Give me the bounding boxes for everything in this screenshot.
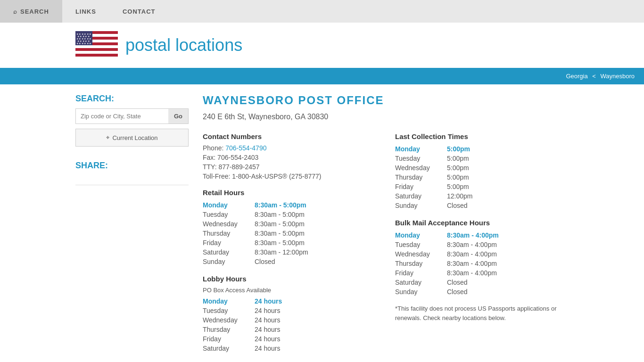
hours-day: Tuesday [395, 241, 447, 248]
hours-time: 24 hours [255, 335, 280, 343]
table-row: Thursday8:30am - 4:00pm [395, 259, 569, 268]
search-icon: ⌕ [13, 8, 17, 15]
svg-rect-8 [75, 51, 118, 54]
nav-bar: ⌕ SEARCH LINKS CONTACT [0, 0, 644, 23]
table-row: Friday5:00pm [395, 182, 569, 191]
table-row: SundayClosed [395, 287, 569, 296]
hours-day: Monday [395, 145, 447, 153]
site-header: ★ ★ ★ ★ ★ ★ ★ ★ ★ ★ ★ ★ ★ ★ ★ ★ ★ ★ ★ ★ … [0, 23, 644, 68]
current-location-button[interactable]: ⌖ Current Location [75, 129, 189, 147]
lobby-hours: Lobby Hours PO Box Access Available Mond… [203, 275, 376, 353]
table-row: Wednesday8:30am - 4:00pm [395, 249, 569, 259]
hours-day: Tuesday [203, 211, 255, 218]
hours-time: 5:00pm [447, 173, 469, 181]
passport-note: *This facility does not process US Passp… [395, 304, 569, 322]
table-row: Tuesday8:30am - 4:00pm [395, 240, 569, 249]
bulk-rows: Monday8:30am - 4:00pmTuesday8:30am - 4:0… [395, 230, 569, 296]
hours-time: Closed [255, 258, 275, 265]
svg-rect-6 [75, 45, 118, 48]
content-section: WAYNESBORO POST OFFICE 240 E 6th St, Way… [203, 94, 569, 353]
table-row: Monday8:30am - 4:00pm [395, 230, 569, 240]
table-row: Thursday8:30am - 5:00pm [203, 229, 376, 238]
nav-search[interactable]: ⌕ SEARCH [0, 0, 62, 23]
bulk-mail: Bulk Mail Acceptance Hours Monday8:30am … [395, 219, 569, 296]
collection-heading: Last Collection Times [395, 132, 569, 140]
table-row: Friday8:30am - 4:00pm [395, 268, 569, 278]
hours-day: Saturday [203, 248, 255, 256]
table-row: Friday8:30am - 5:00pm [203, 238, 376, 247]
table-row: Wednesday24 hours [203, 315, 376, 325]
contact-heading: Contact Numbers [203, 132, 376, 140]
breadcrumb-bar: Georgia < Waynesboro [0, 68, 644, 84]
lobby-sublabel: PO Box Access Available [203, 287, 376, 294]
tollfree-line: Toll-Free: 1-800-Ask-USPS® (275-8777) [203, 173, 376, 180]
breadcrumb-state[interactable]: Georgia [566, 73, 587, 80]
table-row: Monday24 hours [203, 296, 376, 306]
hours-time: 24 hours [255, 307, 280, 314]
hours-day: Tuesday [203, 307, 255, 314]
table-row: Tuesday8:30am - 5:00pm [203, 210, 376, 219]
post-office-title: WAYNESBORO POST OFFICE [203, 94, 569, 107]
hours-time: 5:00pm [447, 164, 469, 172]
table-row: Monday5:00pm [395, 144, 569, 154]
hours-day: Friday [395, 183, 447, 190]
hours-time: 8:30am - 5:00pm [255, 239, 305, 247]
nav-links[interactable]: LINKS [62, 0, 109, 23]
hours-day: Sunday [203, 258, 255, 265]
hours-day: Saturday [395, 279, 447, 286]
sidebar-divider [75, 185, 189, 185]
hours-day: Saturday [395, 192, 447, 200]
hours-time: 8:30am - 4:00pm [447, 269, 497, 277]
sidebar-search-title: SEARCH: [75, 94, 189, 104]
phone-link[interactable]: 706-554-4790 [225, 144, 266, 152]
table-row: Tuesday5:00pm [395, 154, 569, 163]
hours-day: Sunday [395, 288, 447, 296]
table-row: SaturdayClosed [395, 278, 569, 287]
location-icon: ⌖ [106, 134, 109, 141]
hours-time: 8:30am - 5:00pm [255, 211, 305, 218]
nav-contact[interactable]: CONTACT [109, 0, 169, 23]
retail-hours: Retail Hours Monday8:30am - 5:00pmTuesda… [203, 189, 376, 266]
hours-day: Wednesday [203, 316, 255, 324]
left-column: Contact Numbers Phone: 706-554-4790 Fax:… [203, 132, 376, 353]
lobby-rows: Monday24 hoursTuesday24 hoursWednesday24… [203, 296, 376, 353]
hours-time: Closed [447, 202, 468, 209]
breadcrumb-city: Waynesboro [601, 73, 635, 80]
table-row: Tuesday24 hours [203, 306, 376, 315]
last-collection: Last Collection Times Monday5:00pmTuesda… [395, 132, 569, 210]
nav-search-label: SEARCH [20, 8, 49, 15]
post-office-address: 240 E 6th St, Waynesboro, GA 30830 [203, 113, 569, 121]
hours-time: 8:30am - 4:00pm [447, 250, 497, 258]
hours-time: 24 hours [255, 316, 280, 324]
hours-time: 8:30am - 12:00pm [255, 248, 308, 256]
hours-time: 5:00pm [447, 145, 470, 153]
hours-day: Wednesday [395, 164, 447, 172]
table-row: SundayClosed [395, 201, 569, 210]
hours-time: 24 hours [255, 326, 280, 333]
table-row: Friday24 hours [203, 334, 376, 344]
hours-day: Friday [203, 239, 255, 247]
share-title: SHARE: [75, 161, 189, 171]
nav-contact-label: CONTACT [123, 8, 156, 15]
hours-day: Thursday [203, 230, 255, 237]
hours-day: Thursday [395, 173, 447, 181]
search-input[interactable] [76, 109, 168, 123]
site-logo-text: postal locations [125, 35, 242, 55]
retail-heading: Retail Hours [203, 189, 376, 197]
svg-text:★ ★ ★ ★ ★ ★: ★ ★ ★ ★ ★ ★ [76, 42, 91, 45]
svg-rect-9 [75, 54, 118, 57]
hours-time: 8:30am - 4:00pm [447, 231, 499, 239]
table-row: SundayClosed [203, 257, 376, 266]
hours-day: Thursday [395, 260, 447, 267]
lobby-heading: Lobby Hours [203, 275, 376, 283]
fax-line: Fax: 706-554-2403 [203, 154, 376, 161]
collection-rows: Monday5:00pmTuesday5:00pmWednesday5:00pm… [395, 144, 569, 210]
hours-time: 24 hours [255, 297, 282, 305]
hours-time: 8:30am - 5:00pm [255, 201, 306, 209]
search-box: Go [75, 108, 189, 124]
hours-time: 5:00pm [447, 183, 469, 190]
table-row: Thursday24 hours [203, 325, 376, 334]
search-go-button[interactable]: Go [168, 109, 188, 123]
hours-day: Thursday [203, 326, 255, 333]
retail-rows: Monday8:30am - 5:00pmTuesday8:30am - 5:0… [203, 200, 376, 266]
